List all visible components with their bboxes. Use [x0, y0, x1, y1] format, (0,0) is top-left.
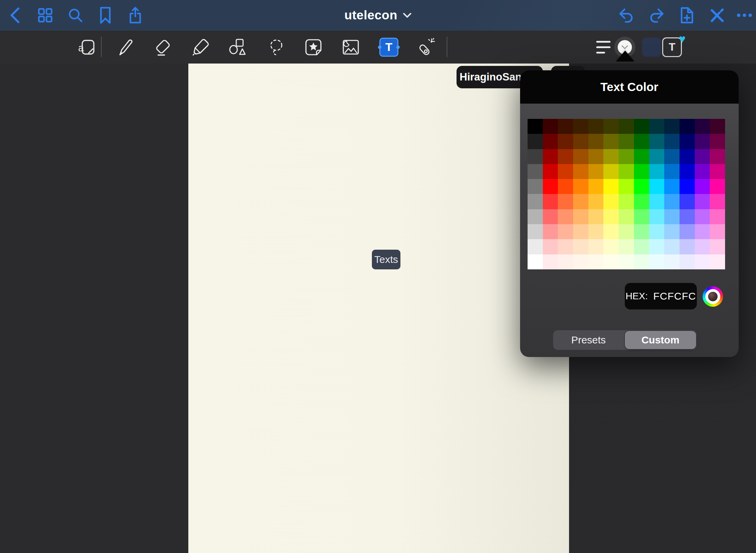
color-swatch[interactable] [664, 224, 680, 239]
color-swatch[interactable] [573, 254, 588, 269]
color-swatch[interactable] [543, 209, 558, 224]
color-swatch[interactable] [680, 254, 695, 269]
color-swatch[interactable] [573, 164, 588, 179]
color-swatch[interactable] [695, 209, 710, 224]
undo-button[interactable] [617, 6, 636, 25]
color-swatch[interactable] [649, 119, 665, 134]
color-swatch[interactable] [710, 119, 725, 134]
color-swatch[interactable] [695, 134, 710, 149]
color-swatch[interactable] [573, 194, 588, 209]
dimmed-swatch-button[interactable] [642, 38, 661, 57]
color-swatch[interactable] [558, 119, 573, 134]
color-swatch[interactable] [619, 134, 634, 149]
color-swatch[interactable] [528, 134, 543, 149]
color-swatch[interactable] [634, 209, 649, 224]
color-swatch[interactable] [558, 224, 573, 239]
color-swatch[interactable] [573, 179, 588, 194]
add-page-button[interactable] [677, 6, 696, 25]
color-swatch[interactable] [680, 194, 695, 209]
color-swatch[interactable] [634, 164, 649, 179]
color-swatch[interactable] [649, 179, 665, 194]
hex-input[interactable]: HEX: FCFCFC [625, 283, 697, 309]
shapes-tool[interactable] [227, 37, 248, 57]
color-swatch[interactable] [619, 149, 634, 164]
color-swatch[interactable] [588, 209, 604, 224]
color-swatch[interactable] [710, 194, 725, 209]
color-swatch[interactable] [558, 254, 573, 269]
color-swatch[interactable] [710, 134, 725, 149]
color-swatch[interactable] [649, 134, 665, 149]
bookmark-button[interactable] [96, 6, 115, 25]
color-swatch[interactable] [543, 149, 558, 164]
color-swatch[interactable] [588, 149, 604, 164]
color-swatch[interactable] [649, 239, 665, 254]
color-swatch[interactable] [680, 179, 695, 194]
color-swatch[interactable] [634, 239, 649, 254]
color-swatch[interactable] [634, 119, 649, 134]
color-swatch[interactable] [543, 239, 558, 254]
color-swatch[interactable] [558, 134, 573, 149]
tab-custom[interactable]: Custom [625, 331, 696, 349]
color-swatch[interactable] [680, 164, 695, 179]
color-swatch[interactable] [619, 119, 634, 134]
color-swatch[interactable] [543, 134, 558, 149]
color-swatch[interactable] [603, 254, 619, 269]
color-swatch[interactable] [573, 149, 588, 164]
color-swatch[interactable] [649, 224, 665, 239]
color-swatch[interactable] [603, 134, 619, 149]
color-swatch[interactable] [649, 149, 665, 164]
redo-button[interactable] [647, 6, 666, 25]
color-swatch[interactable] [588, 119, 604, 134]
color-swatch[interactable] [695, 179, 710, 194]
color-swatch[interactable] [619, 224, 634, 239]
color-swatch[interactable] [695, 149, 710, 164]
color-swatch[interactable] [528, 164, 543, 179]
color-swatch[interactable] [558, 194, 573, 209]
color-swatch[interactable] [634, 179, 649, 194]
stickers-tool[interactable] [303, 37, 324, 57]
color-swatch[interactable] [680, 239, 695, 254]
image-tool[interactable] [341, 37, 361, 57]
color-swatch[interactable] [634, 134, 649, 149]
text-tool-selected[interactable]: T [379, 38, 398, 57]
color-swatch[interactable] [543, 164, 558, 179]
color-swatch[interactable] [680, 224, 695, 239]
color-swatch[interactable] [680, 119, 695, 134]
color-swatch[interactable] [710, 239, 725, 254]
color-swatch[interactable] [649, 164, 665, 179]
color-swatch[interactable] [634, 224, 649, 239]
color-swatch[interactable] [603, 119, 619, 134]
color-wheel-button[interactable] [703, 286, 723, 307]
highlighter-tool[interactable] [190, 37, 211, 57]
color-swatch[interactable] [558, 239, 573, 254]
color-swatch[interactable] [588, 254, 604, 269]
color-swatch[interactable] [695, 194, 710, 209]
color-swatch[interactable] [649, 194, 665, 209]
color-swatch[interactable] [619, 164, 634, 179]
color-swatch[interactable] [634, 149, 649, 164]
pen-tool[interactable] [115, 37, 136, 57]
color-swatch[interactable] [634, 194, 649, 209]
color-swatch[interactable] [695, 119, 710, 134]
color-swatch[interactable] [664, 134, 680, 149]
share-button[interactable] [126, 6, 145, 25]
search-button[interactable] [66, 6, 85, 25]
color-swatch[interactable] [528, 254, 543, 269]
color-swatch[interactable] [695, 254, 710, 269]
color-swatch[interactable] [543, 179, 558, 194]
laser-pointer-tool[interactable] [416, 37, 437, 57]
color-swatch[interactable] [710, 254, 725, 269]
color-swatch[interactable] [680, 209, 695, 224]
color-swatch[interactable] [710, 164, 725, 179]
color-swatch[interactable] [695, 224, 710, 239]
color-swatch[interactable] [528, 149, 543, 164]
more-options-button[interactable] [735, 6, 754, 25]
color-swatch[interactable] [543, 194, 558, 209]
color-swatch[interactable] [695, 164, 710, 179]
color-swatch[interactable] [528, 209, 543, 224]
color-swatch[interactable] [619, 254, 634, 269]
color-swatch[interactable] [710, 209, 725, 224]
color-swatch[interactable] [573, 119, 588, 134]
color-swatch[interactable] [543, 254, 558, 269]
color-swatch[interactable] [649, 254, 665, 269]
